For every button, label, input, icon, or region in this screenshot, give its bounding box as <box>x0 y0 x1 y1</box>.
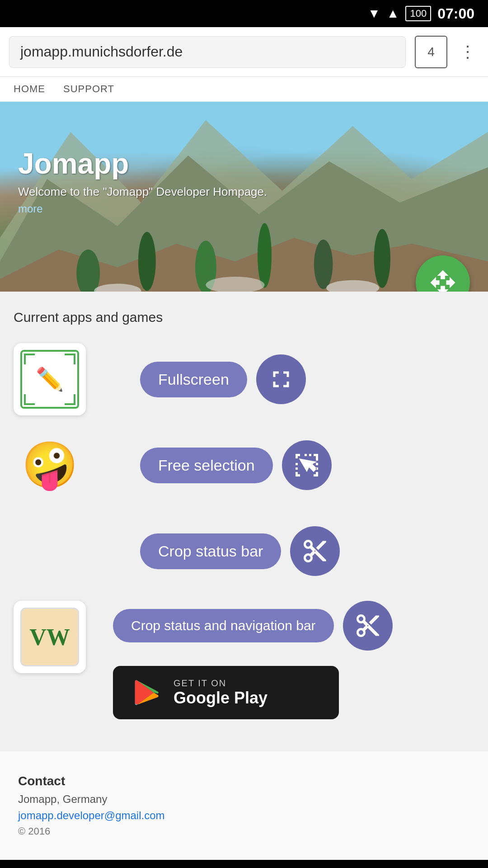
vw-icon: VW <box>20 608 79 666</box>
crop-status-nav-icon-button[interactable] <box>343 601 393 651</box>
get-it-on-text: GET IT ON <box>174 678 267 689</box>
three-dots-icon: ⋮ <box>460 42 476 61</box>
nav-home[interactable]: HOME <box>14 83 45 95</box>
emoji-face-icon: 🤪 <box>22 439 78 492</box>
crop-status-nav-button[interactable]: Crop status and navigation bar <box>113 609 334 642</box>
nav-support[interactable]: SUPPORT <box>63 83 114 95</box>
recents-button[interactable] <box>389 864 425 868</box>
section-title: Current apps and games <box>14 310 474 325</box>
svg-point-4 <box>138 232 156 291</box>
app-icon-screenshot[interactable]: ✏️ <box>14 343 86 415</box>
tab-count-button[interactable]: 4 <box>415 36 447 68</box>
footer-company: Jomapp, Germany <box>18 793 470 806</box>
home-button[interactable] <box>226 864 262 868</box>
hero-content: Jomapp Welcome to the "Jomapp" Developer… <box>18 147 267 215</box>
wifi-icon: ▼ <box>368 6 380 21</box>
site-nav: HOME SUPPORT <box>0 77 488 102</box>
google-play-text: Google Play <box>174 689 267 708</box>
url-bar[interactable]: jomapp.munichsdorfer.de <box>9 36 406 68</box>
fullscreen-icon-button[interactable] <box>256 354 306 404</box>
google-play-button[interactable]: GET IT ON Google Play <box>113 666 339 719</box>
hero-subtitle: Welcome to the "Jomapp" Developer Hompag… <box>18 185 267 199</box>
play-text-block: GET IT ON Google Play <box>174 678 267 708</box>
crop-status-bar-button[interactable]: Crop status bar <box>140 533 281 569</box>
url-text: jomapp.munichsdorfer.de <box>20 43 183 60</box>
svg-point-7 <box>314 240 333 289</box>
app-icon-emoji[interactable]: 🤪 <box>14 429 86 501</box>
play-store-logo <box>131 677 163 708</box>
tab-count: 4 <box>427 45 435 59</box>
crop-status-bar-icon-button[interactable] <box>290 526 340 576</box>
signal-icon: ▲ <box>387 6 399 21</box>
hero-banner: Jomapp Welcome to the "Jomapp" Developer… <box>0 102 488 292</box>
battery-icon: 100 <box>405 6 431 21</box>
hero-title: Jomapp <box>18 147 267 180</box>
app-icon-vw[interactable]: VW <box>14 601 86 673</box>
free-selection-button[interactable]: Free selection <box>140 448 273 483</box>
status-bar: ▼ ▲ 100 07:00 <box>0 0 488 27</box>
free-selection-icon <box>293 452 320 479</box>
fullscreen-button[interactable]: Fullscreen <box>140 362 247 397</box>
footer-contact-title: Contact <box>18 774 470 788</box>
back-button[interactable]: ◁ <box>63 864 99 868</box>
footer: Contact Jomapp, Germany jomapp.developer… <box>0 751 488 860</box>
fullscreen-icon <box>267 366 295 393</box>
browser-bar: jomapp.munichsdorfer.de 4 ⋮ <box>0 27 488 77</box>
free-selection-icon-button[interactable] <box>282 440 332 490</box>
hero-link[interactable]: more <box>18 203 267 215</box>
move-icon <box>429 269 456 292</box>
footer-copyright: © 2016 <box>18 826 470 837</box>
content-area: Current apps and games ✏️ Fullscreen <box>0 292 488 751</box>
svg-point-8 <box>374 229 390 288</box>
status-time: 07:00 <box>437 5 474 22</box>
svg-point-6 <box>258 223 272 288</box>
navigation-bar: ◁ <box>0 860 488 868</box>
footer-email[interactable]: jomapp.developer@gmail.com <box>18 809 470 822</box>
crop-status-nav-icon <box>354 612 381 639</box>
browser-menu-button[interactable]: ⋮ <box>456 36 479 68</box>
crop-status-bar-icon <box>301 538 328 565</box>
